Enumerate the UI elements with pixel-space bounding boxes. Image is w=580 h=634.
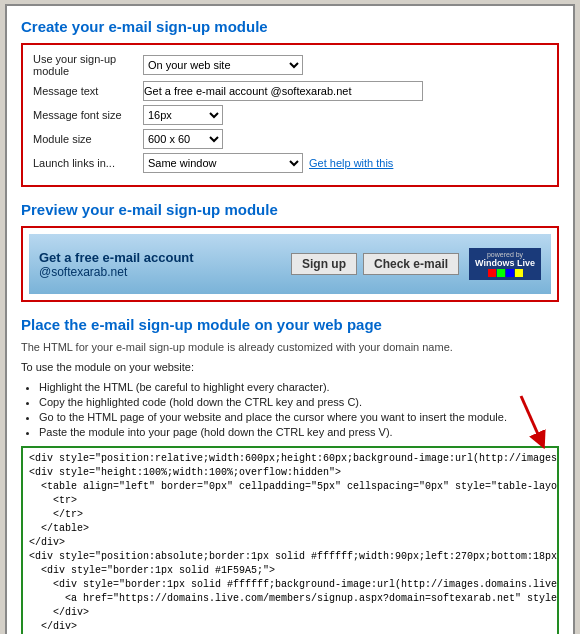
use-module-control: On your web site bbox=[143, 55, 547, 75]
launch-links-label: Launch links in... bbox=[33, 157, 143, 169]
code-area: <div style="position:relative;width:600p… bbox=[21, 446, 559, 634]
check-email-button[interactable]: Check e-mail bbox=[363, 253, 459, 275]
instruction-1: Highlight the HTML (be careful to highli… bbox=[39, 381, 559, 393]
use-module-label: Use your sign-up module bbox=[33, 53, 143, 77]
module-size-control: 600 x 60 bbox=[143, 129, 547, 149]
preview-section: Get a free e-mail account @softexarab.ne… bbox=[21, 226, 559, 302]
create-title: Create your e-mail sign-up module bbox=[21, 18, 559, 35]
place-title: Place the e-mail sign-up module on your … bbox=[21, 316, 559, 333]
instructions-header: To use the module on your website: bbox=[21, 361, 559, 373]
help-link[interactable]: Get help with this bbox=[309, 157, 393, 169]
use-module-row: Use your sign-up module On your web site bbox=[33, 53, 547, 77]
instructions-list: Highlight the HTML (be careful to highli… bbox=[39, 381, 559, 438]
windows-live-text: Windows Live bbox=[475, 258, 535, 268]
config-box: Use your sign-up module On your web site… bbox=[21, 43, 559, 187]
signup-button[interactable]: Sign up bbox=[291, 253, 357, 275]
preview-box: Get a free e-mail account @softexarab.ne… bbox=[21, 226, 559, 302]
launch-links-row: Launch links in... Same window Get help … bbox=[33, 153, 547, 173]
font-size-select[interactable]: 16px bbox=[143, 105, 223, 125]
place-description: The HTML for your e-mail sign-up module … bbox=[21, 341, 559, 353]
instruction-3: Go to the HTML page of your website and … bbox=[39, 411, 559, 423]
message-text-control bbox=[143, 81, 547, 101]
message-text-label: Message text bbox=[33, 85, 143, 97]
module-size-row: Module size 600 x 60 bbox=[33, 129, 547, 149]
instruction-2: Copy the highlighted code (hold down the… bbox=[39, 396, 559, 408]
svg-line-1 bbox=[521, 396, 541, 441]
red-arrow-icon bbox=[501, 391, 561, 451]
use-module-select[interactable]: On your web site bbox=[143, 55, 303, 75]
font-size-label: Message font size bbox=[33, 109, 143, 121]
message-text-input[interactable] bbox=[143, 81, 423, 101]
main-window: Create your e-mail sign-up module Use yo… bbox=[5, 4, 575, 634]
launch-links-control: Same window Get help with this bbox=[143, 153, 547, 173]
instruction-4: Paste the module into your page (hold do… bbox=[39, 426, 559, 438]
preview-get-free-text: Get a free e-mail account bbox=[39, 250, 291, 265]
font-size-row: Message font size 16px bbox=[33, 105, 547, 125]
preview-buttons: Sign up Check e-mail bbox=[291, 253, 459, 275]
preview-text-block: Get a free e-mail account @softexarab.ne… bbox=[39, 250, 291, 279]
preview-email-domain: @softexarab.net bbox=[39, 265, 291, 279]
windows-flag-icon bbox=[488, 269, 523, 277]
windows-live-logo: powered by Windows Live bbox=[469, 248, 541, 280]
code-with-arrow: <div style="position:relative;width:600p… bbox=[21, 446, 559, 634]
module-size-label: Module size bbox=[33, 133, 143, 145]
preview-banner: Get a free e-mail account @softexarab.ne… bbox=[29, 234, 551, 294]
message-text-row: Message text bbox=[33, 81, 547, 101]
html-code-box[interactable]: <div style="position:relative;width:600p… bbox=[21, 446, 559, 634]
launch-links-select[interactable]: Same window bbox=[143, 153, 303, 173]
module-size-select[interactable]: 600 x 60 bbox=[143, 129, 223, 149]
font-size-control: 16px bbox=[143, 105, 547, 125]
powered-by-text: powered by bbox=[487, 251, 523, 258]
preview-title: Preview your e-mail sign-up module bbox=[21, 201, 559, 218]
